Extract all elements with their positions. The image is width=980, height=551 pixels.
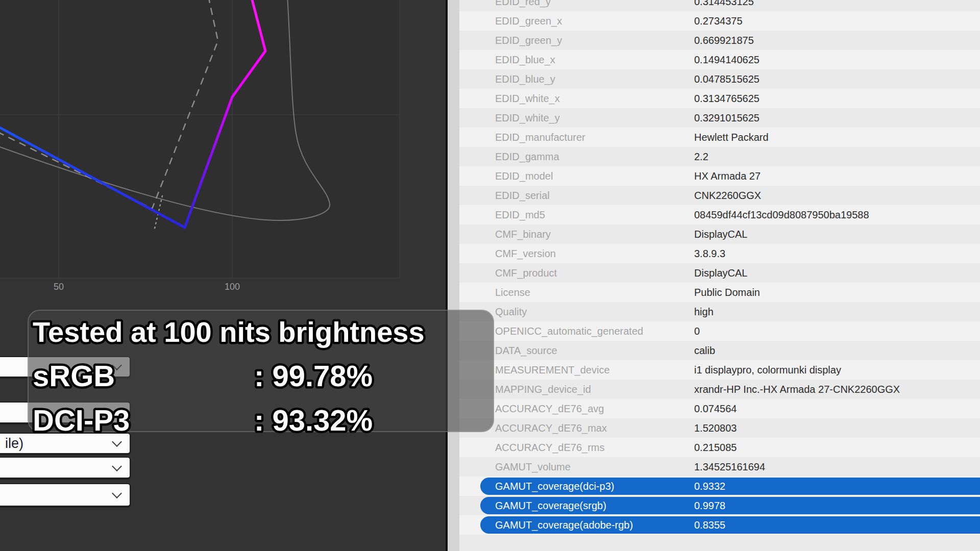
gamut-plot: 50 100: [0, 0, 446, 306]
row-label: EDID_serial: [495, 186, 550, 205]
row-value: i1 displaypro, colormunki display: [694, 360, 841, 380]
row-label: License: [495, 283, 530, 302]
table-row[interactable]: EDID_model HX Armada 27: [459, 166, 980, 186]
table-row[interactable]: MEASUREMENT_device i1 displaypro, colorm…: [459, 360, 980, 380]
row-value: 0.3291015625: [694, 108, 760, 128]
dropdown-selected-text: ile): [5, 436, 23, 452]
row-value: 08459df44cf13cd09d8087950ba19588: [694, 205, 869, 224]
row-value: 0.314453125: [694, 0, 754, 11]
table-row[interactable]: OPENICC_automatic_generated 0: [459, 321, 980, 341]
row-value: 0.2734375: [694, 11, 743, 31]
row-label: GAMUT_coverage(adobe-rgb): [495, 515, 633, 535]
property-table: EDID_red_y 0.314453125 EDID_green_x 0.27…: [459, 0, 980, 535]
row-label: EDID_green_y: [495, 31, 562, 50]
row-value: high: [694, 302, 714, 321]
table-row[interactable]: ACCURACY_dE76_max 1.520803: [459, 418, 980, 438]
row-label: ACCURACY_dE76_avg: [495, 399, 604, 418]
table-row[interactable]: GAMUT_volume 1.34525161694: [459, 457, 980, 477]
row-label: EDID_blue_y: [495, 69, 555, 89]
table-row[interactable]: EDID_red_y 0.314453125: [459, 0, 980, 11]
row-label: Quality: [495, 302, 527, 321]
table-row[interactable]: EDID_white_y 0.3291015625: [459, 108, 980, 128]
table-row[interactable]: GAMUT_coverage(adobe-rgb) 0.8355: [459, 515, 980, 535]
x-axis-tick-100: 100: [225, 282, 240, 292]
plot-area: [0, 0, 400, 278]
row-value: DisplayCAL: [694, 263, 747, 283]
row-label: EDID_red_y: [495, 0, 551, 11]
table-row[interactable]: EDID_md5 08459df44cf13cd09d8087950ba1958…: [459, 205, 980, 224]
dropdown-field-3[interactable]: ile): [0, 433, 131, 454]
annotation-overlay: [28, 310, 494, 432]
table-row[interactable]: Quality high: [459, 302, 980, 321]
row-label: EDID_gamma: [495, 147, 559, 166]
row-value: 1.520803: [694, 418, 737, 438]
table-row[interactable]: CMF_binary DisplayCAL: [459, 224, 980, 244]
table-row[interactable]: EDID_blue_x 0.1494140625: [459, 50, 980, 69]
row-label: OPENICC_automatic_generated: [495, 321, 643, 341]
table-row[interactable]: DATA_source calib: [459, 341, 980, 360]
table-row[interactable]: GAMUT_coverage(dci-p3) 0.9332: [459, 477, 980, 496]
row-label: EDID_white_x: [495, 89, 560, 108]
row-label: EDID_model: [495, 166, 553, 186]
row-label: ACCURACY_dE76_rms: [495, 438, 605, 457]
chevron-down-icon: [112, 461, 122, 471]
table-row[interactable]: EDID_gamma 2.2: [459, 147, 980, 166]
table-row[interactable]: EDID_manufacturer Hewlett Packard: [459, 128, 980, 147]
row-value: 0: [694, 321, 700, 341]
row-value: 0.1494140625: [694, 50, 760, 69]
row-value: calib: [694, 341, 715, 360]
row-value: 2.2: [694, 147, 708, 166]
row-label: DATA_source: [495, 341, 557, 360]
row-label: EDID_white_y: [495, 108, 560, 128]
row-label: GAMUT_coverage(srgb): [495, 496, 606, 515]
row-label: EDID_blue_x: [495, 50, 555, 69]
table-row[interactable]: MAPPING_device_id xrandr-HP Inc.-HX Arma…: [459, 380, 980, 399]
table-row[interactable]: ACCURACY_dE76_avg 0.074564: [459, 399, 980, 418]
row-label: EDID_manufacturer: [495, 128, 585, 147]
row-value: 1.34525161694: [694, 457, 765, 477]
row-value: 0.9332: [694, 477, 725, 496]
row-value: 0.074564: [694, 399, 737, 418]
gamut-plot-pane: 50 100 ile): [0, 0, 446, 551]
row-label: GAMUT_volume: [495, 457, 571, 477]
chevron-down-icon: [112, 488, 122, 498]
x-axis-tick-50: 50: [54, 282, 64, 292]
row-label: MAPPING_device_id: [495, 380, 591, 399]
row-label: ACCURACY_dE76_max: [495, 418, 607, 438]
row-value: 0.215085: [694, 438, 737, 457]
properties-panel: EDID_red_y 0.314453125 EDID_green_x 0.27…: [459, 0, 980, 551]
table-row[interactable]: GAMUT_coverage(srgb) 0.9978: [459, 496, 980, 515]
row-label: CMF_binary: [495, 224, 551, 244]
scrollbar-track[interactable]: [448, 0, 459, 551]
row-value: Hewlett Packard: [694, 128, 769, 147]
dropdown-field-4[interactable]: [0, 457, 131, 479]
row-value: xrandr-HP Inc.-HX Armada 27-CNK2260GGX: [694, 380, 900, 399]
row-value: Public Domain: [694, 283, 760, 302]
row-value: 0.3134765625: [694, 89, 760, 108]
row-value: 0.8355: [694, 515, 725, 535]
dropdown-field-5[interactable]: [0, 483, 131, 507]
table-row[interactable]: EDID_white_x 0.3134765625: [459, 89, 980, 108]
chevron-down-icon: [112, 437, 122, 447]
row-label: EDID_md5: [495, 205, 545, 224]
row-label: CMF_version: [495, 244, 556, 263]
table-row[interactable]: License Public Domain: [459, 283, 980, 302]
table-row[interactable]: CMF_product DisplayCAL: [459, 263, 980, 283]
table-row[interactable]: ACCURACY_dE76_rms 0.215085: [459, 438, 980, 457]
row-label: MEASUREMENT_device: [495, 360, 610, 380]
row-value: 0.669921875: [694, 31, 754, 50]
row-value: 0.9978: [694, 496, 725, 515]
row-value: HX Armada 27: [694, 166, 761, 186]
row-label: CMF_product: [495, 263, 557, 283]
table-row[interactable]: EDID_blue_y 0.0478515625: [459, 69, 980, 89]
row-value: 3.8.9.3: [694, 244, 725, 263]
row-value: DisplayCAL: [694, 224, 747, 244]
row-value: CNK2260GGX: [694, 186, 761, 205]
row-label: GAMUT_coverage(dci-p3): [495, 477, 614, 496]
table-row[interactable]: EDID_green_y 0.669921875: [459, 31, 980, 50]
row-label: EDID_green_x: [495, 11, 562, 31]
row-value: 0.0478515625: [694, 69, 760, 89]
table-row[interactable]: CMF_version 3.8.9.3: [459, 244, 980, 263]
table-row[interactable]: EDID_green_x 0.2734375: [459, 11, 980, 31]
table-row[interactable]: EDID_serial CNK2260GGX: [459, 186, 980, 205]
